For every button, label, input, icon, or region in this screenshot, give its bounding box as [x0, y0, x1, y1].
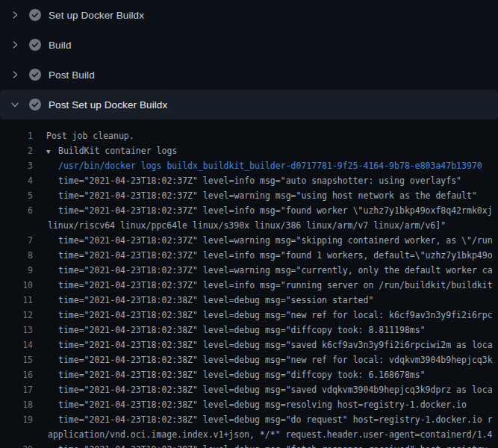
- step-header-post-set-up-docker-buildx[interactable]: Post Set up Docker Buildx: [0, 90, 498, 119]
- log-line-number[interactable]: 15: [0, 352, 33, 367]
- log-text: time="2021-04-23T18:02:37Z" level=info m…: [33, 248, 493, 263]
- log-line-number[interactable]: 3: [0, 158, 33, 173]
- check-circle-icon: [29, 69, 41, 81]
- log-text: time="2021-04-23T18:02:38Z" level=debug …: [33, 397, 467, 412]
- actions-log-viewer: Set up Docker BuildxBuildPost BuildPost …: [0, 0, 498, 448]
- log-line: 11time="2021-04-23T18:02:38Z" level=debu…: [0, 293, 498, 308]
- log-output: 1Post job cleanup.2▼BuildKit container l…: [0, 119, 498, 448]
- log-line-number[interactable]: 8: [0, 248, 33, 263]
- step-list: Set up Docker BuildxBuildPost BuildPost …: [0, 0, 498, 119]
- log-line-number[interactable]: 17: [0, 382, 33, 397]
- log-text: time="2021-04-23T18:02:37Z" level=warnin…: [33, 188, 477, 203]
- check-circle-icon: [29, 9, 41, 21]
- log-command-text: /usr/bin/docker logs buildx_buildkit_bui…: [33, 158, 482, 173]
- log-text: Post job cleanup.: [33, 128, 134, 143]
- chevron-right-icon[interactable]: [9, 39, 21, 51]
- step-header-set-up-docker-buildx[interactable]: Set up Docker Buildx: [0, 0, 498, 30]
- log-line-continuation: application/vnd.oci.image.index.v1+json,…: [0, 427, 498, 442]
- log-line-number[interactable]: 4: [0, 173, 33, 188]
- check-circle-icon: [29, 39, 41, 51]
- log-line: 19time="2021-04-23T18:02:38Z" level=debu…: [0, 412, 498, 427]
- log-line-number[interactable]: 1: [0, 128, 33, 143]
- log-text: time="2021-04-23T18:02:38Z" level=debug …: [33, 323, 426, 337]
- log-line: 3/usr/bin/docker logs buildx_buildkit_bu…: [0, 158, 498, 173]
- check-circle-icon: [29, 99, 41, 111]
- log-text: time="2021-04-23T18:02:38Z" level=debug …: [33, 293, 373, 308]
- log-line: 20time="2021-04-23T18:02:38Z" level=debu…: [0, 442, 498, 448]
- log-line: 12time="2021-04-23T18:02:38Z" level=debu…: [0, 308, 498, 323]
- log-line-number[interactable]: 16: [0, 367, 33, 382]
- log-line-number[interactable]: 13: [0, 323, 33, 337]
- log-line-number[interactable]: 7: [0, 233, 33, 248]
- log-line: 17time="2021-04-23T18:02:38Z" level=debu…: [0, 382, 498, 397]
- log-line: 7time="2021-04-23T18:02:37Z" level=warni…: [0, 233, 498, 248]
- log-line-number: [0, 218, 33, 233]
- log-text: time="2021-04-23T18:02:38Z" level=debug …: [33, 308, 493, 323]
- group-caret-icon[interactable]: ▼: [46, 144, 58, 159]
- log-line-number[interactable]: 5: [0, 188, 33, 203]
- log-text: time="2021-04-23T18:02:37Z" level=warnin…: [33, 233, 493, 248]
- step-label: Build: [49, 40, 72, 51]
- log-group-header[interactable]: ▼BuildKit container logs: [33, 143, 177, 158]
- log-line: 4time="2021-04-23T18:02:37Z" level=info …: [0, 173, 498, 188]
- log-line: 8time="2021-04-23T18:02:37Z" level=info …: [0, 248, 498, 263]
- log-line: 6time="2021-04-23T18:02:37Z" level=info …: [0, 203, 498, 218]
- step-header-post-build[interactable]: Post Build: [0, 60, 498, 90]
- chevron-right-icon[interactable]: [9, 9, 21, 21]
- log-line-number[interactable]: 11: [0, 293, 33, 308]
- log-text: time="2021-04-23T18:02:37Z" level=info m…: [33, 203, 493, 218]
- log-line-number[interactable]: 14: [0, 337, 33, 352]
- log-line-number[interactable]: 10: [0, 278, 33, 293]
- log-text: time="2021-04-23T18:02:38Z" level=debug …: [33, 337, 493, 352]
- log-line-number: [0, 427, 33, 442]
- log-line: 15time="2021-04-23T18:02:38Z" level=debu…: [0, 352, 498, 367]
- log-text: time="2021-04-23T18:02:37Z" level=info m…: [33, 278, 493, 293]
- log-line-number[interactable]: 2: [0, 143, 33, 158]
- log-line: 10time="2021-04-23T18:02:37Z" level=info…: [0, 278, 498, 293]
- log-text: time="2021-04-23T18:02:37Z" level=info m…: [33, 173, 461, 188]
- chevron-down-icon[interactable]: [9, 99, 21, 111]
- log-line: 14time="2021-04-23T18:02:38Z" level=debu…: [0, 337, 498, 352]
- log-text: linux/riscv64 linux/ppc64le linux/s390x …: [33, 218, 446, 233]
- log-line: 1Post job cleanup.: [0, 128, 498, 143]
- log-line: 16time="2021-04-23T18:02:38Z" level=debu…: [0, 367, 498, 382]
- step-header-build[interactable]: Build: [0, 30, 498, 60]
- log-text: time="2021-04-23T18:02:38Z" level=debug …: [33, 367, 426, 382]
- log-line: 2▼BuildKit container logs: [0, 143, 498, 158]
- log-text: time="2021-04-23T18:02:38Z" level=debug …: [33, 442, 493, 448]
- log-text: time="2021-04-23T18:02:38Z" level=debug …: [33, 382, 493, 397]
- step-label: Post Set up Docker Buildx: [49, 99, 167, 111]
- log-group-title: BuildKit container logs: [58, 146, 177, 156]
- log-line: 5time="2021-04-23T18:02:37Z" level=warni…: [0, 188, 498, 203]
- log-text: time="2021-04-23T18:02:38Z" level=debug …: [33, 352, 493, 367]
- log-line-number[interactable]: 20: [0, 442, 33, 448]
- log-text: application/vnd.oci.image.index.v1+json,…: [33, 427, 492, 442]
- log-text: time="2021-04-23T18:02:37Z" level=warnin…: [33, 263, 493, 278]
- log-line: 18time="2021-04-23T18:02:38Z" level=debu…: [0, 397, 498, 412]
- log-line-continuation: linux/riscv64 linux/ppc64le linux/s390x …: [0, 218, 498, 233]
- log-line-number[interactable]: 9: [0, 263, 33, 278]
- step-label: Post Build: [49, 69, 95, 81]
- log-line-number[interactable]: 19: [0, 412, 33, 427]
- step-label: Set up Docker Buildx: [49, 10, 144, 21]
- chevron-right-icon[interactable]: [9, 69, 21, 81]
- log-line-number[interactable]: 18: [0, 397, 33, 412]
- log-line: 13time="2021-04-23T18:02:38Z" level=debu…: [0, 323, 498, 337]
- log-line: 9time="2021-04-23T18:02:37Z" level=warni…: [0, 263, 498, 278]
- log-line-number[interactable]: 12: [0, 308, 33, 323]
- log-text: time="2021-04-23T18:02:38Z" level=debug …: [33, 412, 493, 427]
- log-line-number[interactable]: 6: [0, 203, 33, 218]
